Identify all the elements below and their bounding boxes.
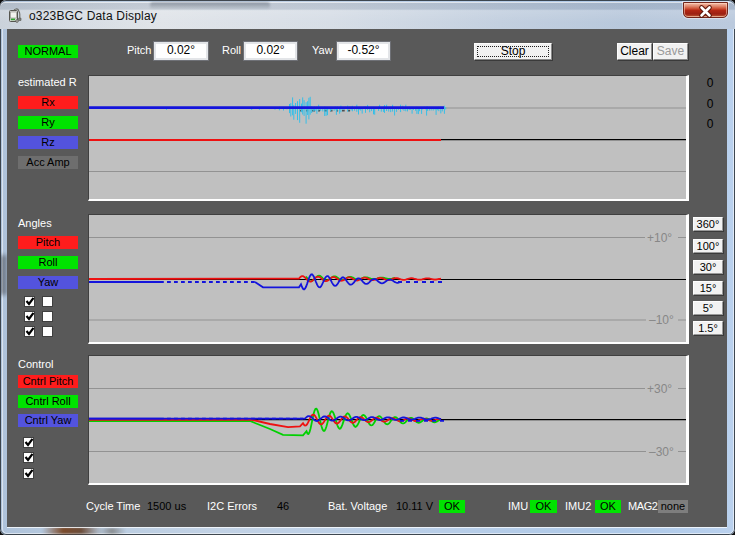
svg-text:+10°: +10° [647,231,672,245]
svg-text:–10°: –10° [649,313,674,327]
svg-text:–30°: –30° [649,445,674,459]
svg-text:+30°: +30° [647,382,672,396]
